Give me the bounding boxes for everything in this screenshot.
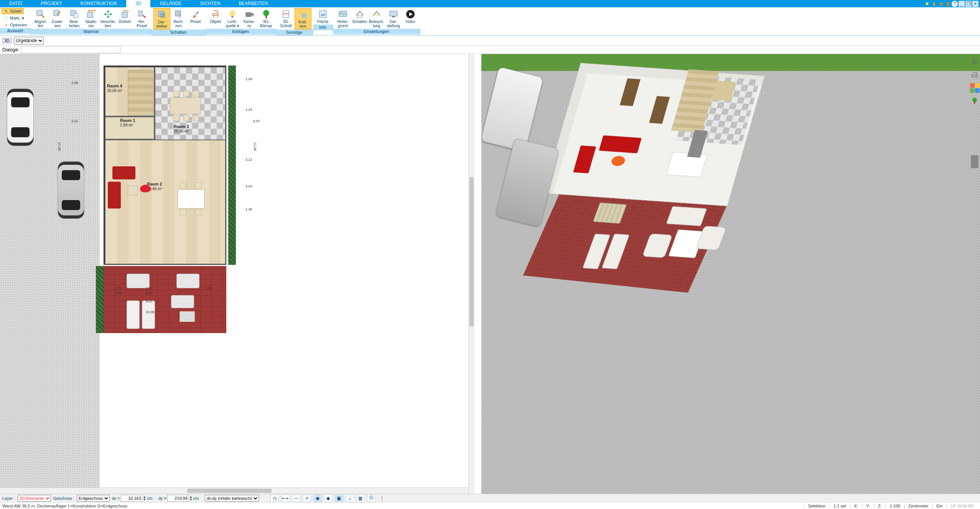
tool-verschieben[interactable]: Verschie- ben	[100, 8, 117, 29]
unit-cm: cm	[147, 496, 156, 501]
display-icon	[387, 9, 400, 20]
menu-projekt[interactable]: PROJEKT	[31, 0, 71, 7]
menu-konstruktion[interactable]: KONSTRUKTION	[71, 0, 126, 7]
terrace	[104, 266, 226, 333]
info-dots-icon[interactable]: ⋮	[378, 494, 386, 502]
tool-hintergrund[interactable]: Hinter- grund	[334, 8, 351, 29]
tool-lichtquelle[interactable]: Licht- quelle ▾	[224, 8, 241, 29]
ribbon-label-info: Info	[313, 25, 333, 30]
snap-perp-icon[interactable]: ⊥	[346, 494, 354, 502]
armchair-icon[interactable]	[970, 70, 979, 79]
tree-tool-icon[interactable]	[970, 96, 979, 105]
geschoss-label: Geschoss :	[53, 496, 74, 501]
tool-3dbitmap[interactable]: 3D- Bitmap	[258, 8, 275, 29]
snap-mid-icon[interactable]: ▣	[335, 494, 343, 502]
dialoge-bar: Dialoge:	[0, 46, 980, 54]
mark-button[interactable]: ⬚ Mark. ▾	[2, 15, 26, 21]
layer-label: Layer :	[2, 496, 15, 501]
tool-pinsel[interactable]: Pinsel	[187, 8, 204, 25]
tool-bearbeiten[interactable]: Bear- beiten	[66, 8, 83, 29]
menu-bearbeiten[interactable]: BEARBEITEN	[230, 0, 277, 7]
dim: 1,42	[245, 108, 252, 112]
svg-rect-13	[245, 12, 252, 17]
selekt-button[interactable]: ↖ Selekt	[2, 8, 24, 14]
svg-rect-22	[357, 15, 362, 18]
tool-kamera[interactable]: Kame- ra	[241, 8, 258, 29]
ribbon-group-einstellungen: Hinter- grund Schatten Beleuch- tung Dar…	[333, 7, 420, 35]
snap-endpoint-icon[interactable]: ◆	[324, 494, 333, 502]
tool-darstellen[interactable]: Dar- stellen	[153, 8, 170, 30]
cursor-icon: ↖	[3, 8, 9, 14]
scroll-thumb[interactable]	[187, 489, 272, 493]
clipboard-icon[interactable]: ▮	[931, 1, 937, 7]
tool-objekt[interactable]: Objekt	[207, 8, 224, 25]
tool-abgreifen[interactable]: Abgrei- fen	[32, 8, 49, 29]
optionen-button[interactable]: + Optionen	[2, 22, 29, 28]
window-minimize-icon[interactable]: _	[959, 1, 965, 7]
layer-select[interactable]: 2D-Elemente	[18, 495, 51, 502]
spinner-icon[interactable]: ▲▼	[143, 496, 146, 501]
tool-hinpinsel[interactable]: Hin. Pinsel	[133, 8, 150, 29]
splitter[interactable]	[474, 54, 477, 494]
pane-3d[interactable]: ☰	[481, 54, 980, 494]
drawer-handle-icon[interactable]	[971, 155, 978, 168]
terrain-select[interactable]: Urgelände	[14, 37, 44, 44]
background-icon	[337, 9, 349, 20]
tool-flaeche[interactable]: m²Fläche	[315, 8, 331, 25]
book-icon[interactable]: ▥	[945, 1, 951, 7]
ribbon-label-einfuegen: Einfügen	[206, 29, 276, 34]
spinner-icon[interactable]: ▲▼	[189, 496, 193, 501]
door-3d	[619, 78, 640, 106]
dx-input[interactable]	[121, 495, 142, 502]
layers-icon[interactable]: ▤	[938, 1, 944, 7]
svg-text:m²: m²	[321, 13, 325, 17]
tool-3dschnitt[interactable]: 3D- Schnitt	[278, 8, 295, 29]
car-white-1	[7, 89, 34, 146]
window-restore-icon[interactable]: ❐	[965, 1, 972, 7]
snap-blob-icon[interactable]: ◉	[313, 494, 322, 502]
tool-skalieren[interactable]: Skalie- ren	[83, 8, 100, 29]
menu-gelaende[interactable]: GELÄNDE	[150, 0, 191, 7]
tool-schatten-settings[interactable]: Schatten	[351, 8, 368, 25]
clock-icon[interactable]: ◷	[270, 494, 279, 502]
menu-sichten[interactable]: SICHTEN	[191, 0, 230, 7]
room1-label: Raum 12,89 m²	[120, 118, 135, 127]
dims-toggle-icon[interactable]: ⟷	[281, 494, 290, 502]
shadow-show-icon	[156, 9, 168, 20]
line-style-icon[interactable]: ―	[292, 494, 300, 502]
tool-beleuchtung[interactable]: Beleuch- tung	[368, 8, 385, 29]
help-icon[interactable]: ?	[952, 1, 958, 7]
north-icon[interactable]: Ⓝ	[367, 494, 376, 502]
scrollbar-horizontal[interactable]	[0, 488, 468, 494]
color-palette[interactable]	[970, 83, 979, 92]
tool-video[interactable]: Video	[402, 8, 419, 25]
dialoge-input[interactable]	[21, 46, 120, 53]
scrollbar-vertical[interactable]	[468, 54, 474, 494]
view3d-canvas[interactable]	[481, 54, 980, 494]
tool-darstellung[interactable]: Dar- stellung	[385, 8, 402, 29]
ribbon-group-material: Abgrei- fen Zuwei- sen Bear- beiten Skal…	[31, 7, 152, 35]
tool-zuweisen[interactable]: Zuwei- sen	[49, 8, 66, 29]
pane-2d[interactable]: Raum 420,05 m² Raum 12,89 m² Raum 325,90…	[0, 54, 474, 494]
dim: 6,97	[253, 119, 260, 123]
menu-datei[interactable]: DATEI	[0, 0, 31, 7]
floorplan-canvas[interactable]: Raum 420,05 m² Raum 12,89 m² Raum 325,90…	[0, 54, 468, 488]
layers-stack-icon[interactable]: ☰	[970, 57, 979, 66]
svg-point-23	[376, 14, 378, 16]
dim: 1,51	[115, 291, 122, 295]
grid-icon[interactable]: ▦	[356, 494, 365, 502]
tool-kollision[interactable]: Kolli- sion	[295, 8, 311, 30]
dy-input[interactable]	[167, 495, 189, 502]
scroll-thumb[interactable]	[469, 177, 474, 327]
window-close-icon[interactable]: ×	[972, 1, 978, 7]
tools-icon[interactable]: ✖	[924, 1, 930, 7]
tool-drehen[interactable]: Drehen	[117, 8, 133, 25]
geschoss-select[interactable]: Erdgeschoss	[77, 495, 110, 502]
menu-3d[interactable]: 3D	[126, 0, 150, 7]
main-menu: DATEI PROJEKT KONSTRUKTION 3D GELÄNDE SI…	[0, 0, 980, 7]
svg-rect-18	[302, 13, 306, 18]
coord-mode-select[interactable]: dx,dy (relativ kartesisch)	[205, 495, 259, 502]
arrow-icon[interactable]: ➚	[303, 494, 311, 502]
tool-rechnen[interactable]: ΣRech- nen	[170, 8, 187, 29]
dim: 2,12	[245, 158, 252, 161]
